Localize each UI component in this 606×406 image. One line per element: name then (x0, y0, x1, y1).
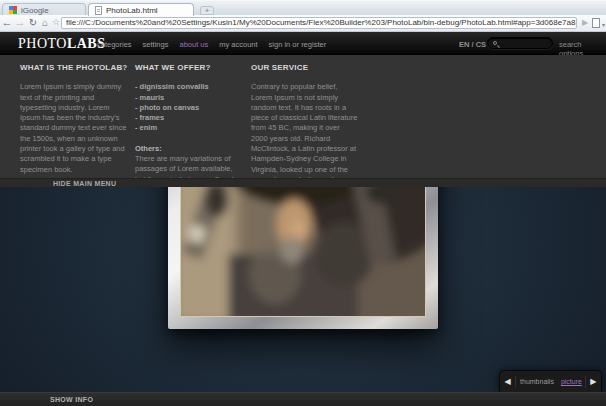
picture-frame[interactable] (168, 187, 438, 329)
go-icon[interactable]: ▶ (579, 15, 591, 31)
offer-list: - dignissim convallis - mauris - photo o… (135, 82, 245, 133)
logo-photo: PHOTO (18, 36, 67, 51)
nav-sign-in-register[interactable]: sign in or register (269, 40, 327, 49)
search-box[interactable] (487, 37, 553, 49)
page-menu-icon[interactable] (592, 18, 600, 28)
nav-about-us[interactable]: about us (179, 40, 208, 49)
document-favicon (95, 6, 102, 15)
tab-title: PhotoLab.html (106, 6, 158, 15)
search-input[interactable] (500, 39, 547, 48)
show-info-button[interactable]: SHOW INFO (0, 392, 606, 406)
offer-item[interactable]: - mauris (135, 93, 245, 103)
offer-item[interactable]: - dignissim convallis (135, 82, 245, 92)
offer-item[interactable]: - enim (135, 123, 245, 133)
reload-icon[interactable]: ↻ (27, 15, 39, 31)
page-menu-caret-icon[interactable]: ▾ (602, 21, 605, 28)
next-arrow-icon[interactable]: ▶ (586, 372, 601, 392)
nav-my-account[interactable]: my account (219, 40, 257, 49)
artwork-photo (180, 187, 426, 317)
previous-arrow-icon[interactable]: ◀ (500, 372, 515, 392)
offer-item[interactable]: - photo on canvas (135, 103, 245, 113)
search-icon (493, 41, 497, 45)
browser-window: iGoogle PhotoLab.html + ← → ↻ ⌂ ☆ file:/… (0, 0, 606, 406)
column-body: Contrary to popular belief, Lorem Ipsum … (251, 82, 358, 185)
menu-columns: WHAT IS THE PHOTOLAB? Lorem Ipsum is sim… (0, 55, 606, 195)
forward-icon[interactable]: → (14, 15, 26, 31)
back-icon[interactable]: ← (1, 15, 13, 31)
tab-title: iGoogle (21, 6, 49, 15)
others-title: Others: (135, 144, 245, 154)
tab-strip: iGoogle PhotoLab.html + (0, 0, 606, 15)
site-header: PHOTOLABS categories settings about us m… (0, 32, 606, 55)
igoogle-favicon (9, 6, 17, 14)
column-body: Lorem Ipsum is simply dummy text of the … (20, 82, 129, 175)
picture-link[interactable]: picture (558, 378, 585, 385)
address-bar[interactable]: file:///C:/Documents%20and%20Settings/Ku… (61, 17, 577, 29)
photolabs-logo[interactable]: PHOTOLABS (18, 36, 106, 52)
column-what-we-offer: WHAT WE OFFER? - dignissim convallis - m… (135, 63, 245, 195)
view-switcher: ◀ thumbnails picture ▶ (499, 370, 602, 392)
new-tab-button[interactable]: + (200, 6, 214, 15)
column-what-is-photolab: WHAT IS THE PHOTOLAB? Lorem Ipsum is sim… (20, 63, 129, 195)
nav-settings[interactable]: settings (143, 40, 169, 49)
offer-item[interactable]: - frames (135, 113, 245, 123)
language-switcher[interactable]: EN / CS (459, 40, 486, 49)
nav-categories[interactable]: categories (97, 40, 132, 49)
hide-main-menu-button[interactable]: HIDE MAIN MENU (0, 178, 606, 187)
column-title: WHAT IS THE PHOTOLAB? (20, 63, 129, 73)
main-nav: categories settings about us my account … (97, 40, 326, 49)
browser-toolbar: ← → ↻ ⌂ ☆ file:///C:/Documents%20and%20S… (0, 15, 606, 32)
column-title: OUR SERVICE (251, 63, 358, 73)
old-man-photo-illustration (181, 187, 425, 316)
gallery-stage: ◀ thumbnails picture ▶ (0, 187, 606, 392)
column-our-service: OUR SERVICE Contrary to popular belief, … (251, 63, 358, 195)
column-title: WHAT WE OFFER? (135, 63, 245, 73)
thumbnails-link[interactable]: thumbnails (516, 378, 558, 385)
tab-photolab[interactable]: PhotoLab.html (88, 3, 194, 16)
main-menu-panel: WHAT IS THE PHOTOLAB? Lorem Ipsum is sim… (0, 55, 606, 178)
